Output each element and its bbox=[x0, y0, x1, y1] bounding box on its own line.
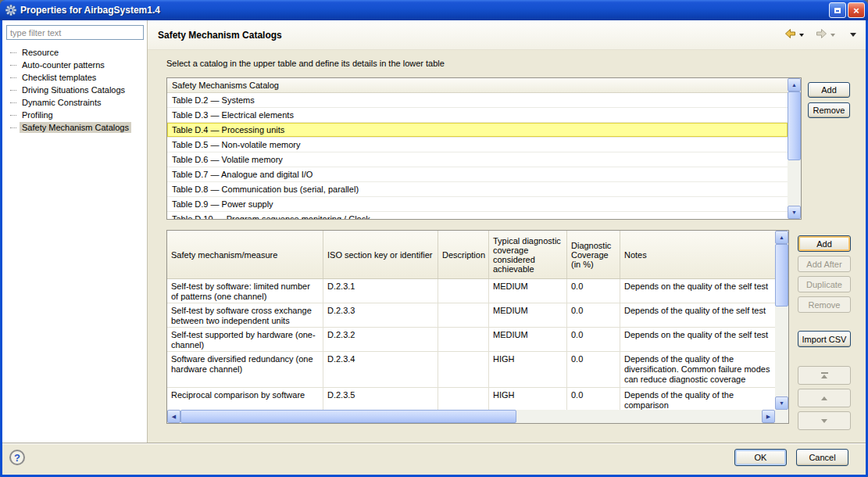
sidebar-item-checklist-templates[interactable]: Checklist templates bbox=[10, 71, 147, 84]
catalog-table: Safety Mechanisms Catalog Table D.2 — Sy… bbox=[166, 77, 802, 220]
filter-input[interactable] bbox=[6, 25, 144, 40]
details-duplicate-button[interactable]: Duplicate bbox=[798, 276, 851, 292]
details-vertical-scrollbar[interactable]: ▲ ▼ bbox=[775, 231, 788, 410]
details-row[interactable]: Self-test by software cross exchange bet… bbox=[167, 303, 775, 328]
details-cell[interactable] bbox=[438, 352, 489, 387]
help-button[interactable]: ? bbox=[9, 450, 25, 465]
details-row[interactable]: Software diversified redundancy (one har… bbox=[167, 352, 775, 388]
scroll-thumb[interactable] bbox=[788, 91, 801, 160]
import-csv-button[interactable]: Import CSV bbox=[798, 331, 851, 347]
sidebar-item-safety-mechanism-catalogs[interactable]: Safety Mechanism Catalogs bbox=[10, 121, 147, 134]
column-header[interactable]: Description bbox=[438, 231, 489, 278]
details-horizontal-scrollbar[interactable]: ◀ ▶ bbox=[167, 410, 775, 423]
forward-history-caret-icon[interactable] bbox=[830, 34, 835, 37]
back-button[interactable] bbox=[784, 27, 797, 43]
sidebar-item-driving-situations-catalogs[interactable]: Driving Situations Catalogs bbox=[10, 84, 147, 96]
details-buttons: Add Add After Duplicate Remove Import CS… bbox=[798, 235, 851, 430]
details-cell[interactable] bbox=[438, 328, 489, 351]
details-cell[interactable]: HIGH bbox=[489, 352, 567, 387]
close-button[interactable]: × bbox=[848, 2, 865, 18]
details-cell[interactable]: Depends of the quality of the comparison bbox=[620, 388, 775, 410]
details-row[interactable]: Self-test supported by hardware (one-cha… bbox=[167, 328, 775, 352]
details-cell[interactable]: D.2.3.3 bbox=[323, 303, 438, 327]
scroll-thumb[interactable] bbox=[180, 410, 516, 423]
details-cell[interactable]: Self-test supported by hardware (one-cha… bbox=[167, 328, 323, 351]
details-cell[interactable]: Self-test by software: limited number of… bbox=[167, 279, 323, 303]
maximize-button[interactable] bbox=[829, 2, 846, 18]
details-cell[interactable] bbox=[438, 279, 489, 303]
back-history-caret-icon[interactable] bbox=[799, 34, 804, 37]
details-cell[interactable]: D.2.3.1 bbox=[323, 279, 438, 303]
move-up-icon bbox=[821, 396, 827, 400]
catalog-row[interactable]: Table D.3 — Electrical elements bbox=[167, 108, 788, 123]
column-header[interactable]: Safety mechanism/measure bbox=[167, 231, 323, 278]
window-title: Properties for AirbagSystem1.4 bbox=[20, 5, 829, 16]
details-cell[interactable]: 0.0 bbox=[567, 279, 620, 303]
details-cell[interactable]: Depends on the quality of the self test bbox=[620, 328, 775, 351]
column-header[interactable]: Diagnostic Coverage (in %) bbox=[567, 231, 620, 278]
details-cell[interactable]: 0.0 bbox=[567, 303, 620, 327]
details-cell[interactable]: Reciprocal comparison by software bbox=[167, 388, 323, 410]
scroll-down-button[interactable]: ▼ bbox=[788, 206, 801, 219]
maximize-icon bbox=[834, 8, 841, 13]
details-cell[interactable] bbox=[438, 388, 489, 410]
details-add-button[interactable]: Add bbox=[798, 235, 851, 252]
forward-button[interactable] bbox=[815, 27, 828, 43]
catalog-row[interactable]: Table D.10 — Program sequence monitoring… bbox=[167, 212, 788, 220]
titlebar[interactable]: Properties for AirbagSystem1.4 × bbox=[0, 0, 868, 20]
scroll-thumb[interactable] bbox=[775, 244, 788, 307]
move-down-icon bbox=[821, 419, 827, 423]
details-cell[interactable]: Depends of the quality of the self test bbox=[620, 303, 775, 327]
scroll-up-button[interactable]: ▲ bbox=[775, 231, 788, 244]
scroll-down-button[interactable]: ▼ bbox=[775, 396, 788, 410]
move-up-button[interactable] bbox=[798, 389, 851, 407]
cancel-button[interactable]: Cancel bbox=[796, 449, 848, 466]
details-cell[interactable]: 0.0 bbox=[567, 352, 620, 387]
catalog-remove-button[interactable]: Remove bbox=[808, 102, 850, 118]
sidebar-item-profiling[interactable]: Profiling bbox=[10, 109, 147, 121]
tree-connector bbox=[10, 115, 16, 116]
details-cell[interactable]: Depends on the quality of the self test bbox=[620, 279, 775, 303]
details-cell[interactable]: 0.0 bbox=[567, 388, 620, 410]
catalog-vertical-scrollbar[interactable]: ▲ ▼ bbox=[788, 78, 801, 219]
scroll-right-button[interactable]: ▶ bbox=[762, 410, 775, 423]
scroll-up-button[interactable]: ▲ bbox=[788, 78, 801, 91]
catalog-row[interactable]: Table D.7 — Analogue and digital I/O bbox=[167, 167, 788, 182]
ok-button[interactable]: OK bbox=[734, 449, 787, 466]
view-menu-caret-icon[interactable] bbox=[850, 33, 856, 37]
details-cell[interactable]: D.2.3.2 bbox=[323, 328, 438, 351]
details-add-after-button[interactable]: Add After bbox=[798, 256, 851, 272]
catalog-row[interactable]: Table D.2 — Systems bbox=[167, 93, 788, 108]
move-down-button[interactable] bbox=[798, 411, 851, 430]
move-top-button[interactable] bbox=[798, 366, 851, 385]
details-row[interactable]: Reciprocal comparison by software D.2.3.… bbox=[167, 388, 775, 410]
sidebar-item-dynamic-constraints[interactable]: Dynamic Constraints bbox=[10, 96, 147, 109]
details-cell[interactable]: MEDIUM bbox=[489, 328, 567, 351]
catalog-row[interactable]: Table D.5 — Non-volatile memory bbox=[167, 138, 788, 152]
sidebar-item-auto-counter-patterns[interactable]: Auto-counter patterns bbox=[10, 59, 147, 71]
details-row[interactable]: Self-test by software: limited number of… bbox=[167, 279, 775, 303]
details-cell[interactable]: 0.0 bbox=[567, 328, 620, 351]
catalog-add-button[interactable]: Add bbox=[808, 82, 850, 98]
details-cell[interactable]: Software diversified redundancy (one har… bbox=[167, 352, 323, 387]
details-table-header-row: Safety mechanism/measure ISO section key… bbox=[167, 231, 775, 279]
catalog-row[interactable]: Table D.8 — Communication bus (serial, p… bbox=[167, 182, 788, 197]
column-header[interactable]: Notes bbox=[620, 231, 775, 278]
details-cell[interactable]: D.2.3.5 bbox=[323, 388, 438, 410]
details-cell[interactable]: Self-test by software cross exchange bet… bbox=[167, 303, 323, 327]
catalog-row-selected[interactable]: Table D.4 — Processing units bbox=[167, 123, 788, 138]
catalog-row[interactable]: Table D.6 — Volatile memory bbox=[167, 152, 788, 167]
details-cell[interactable] bbox=[438, 303, 489, 327]
details-remove-button[interactable]: Remove bbox=[798, 296, 851, 313]
column-header[interactable]: Typical diagnostic coverage considered a… bbox=[489, 231, 567, 278]
details-cell[interactable]: Depends of the quality of the diversific… bbox=[620, 352, 775, 387]
details-cell[interactable]: D.2.3.4 bbox=[323, 352, 438, 387]
column-header[interactable]: ISO section key or identifier bbox=[323, 231, 438, 278]
catalog-row[interactable]: Table D.9 — Power supply bbox=[167, 197, 788, 212]
sidebar-item-resource[interactable]: Resource bbox=[10, 46, 147, 59]
catalog-table-header[interactable]: Safety Mechanisms Catalog bbox=[167, 78, 788, 93]
details-cell[interactable]: HIGH bbox=[489, 388, 567, 410]
scroll-left-button[interactable]: ◀ bbox=[167, 410, 180, 423]
details-cell[interactable]: MEDIUM bbox=[489, 279, 567, 303]
details-cell[interactable]: MEDIUM bbox=[489, 303, 567, 327]
